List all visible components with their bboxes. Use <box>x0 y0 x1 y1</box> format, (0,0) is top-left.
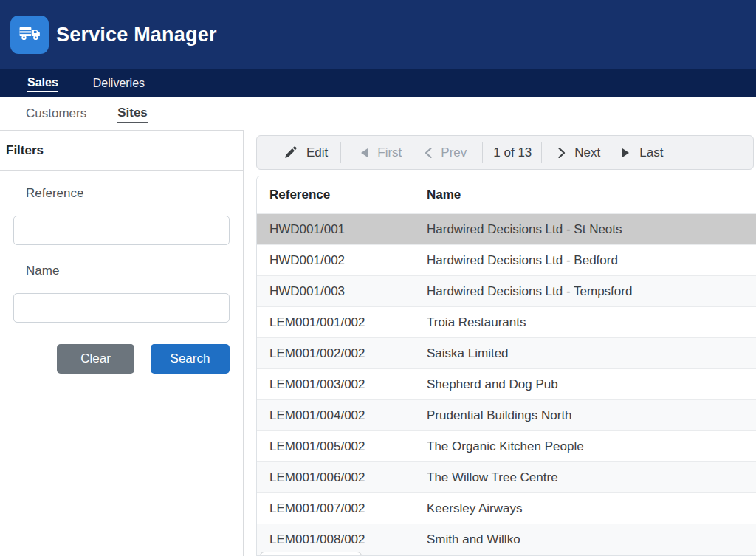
app-header: Service Manager <box>0 0 756 69</box>
table-row[interactable]: HWD001/002 Hardwired Decisions Ltd - Bed… <box>257 244 756 275</box>
table-header-row: Reference Name <box>257 176 756 213</box>
table-row[interactable]: LEM001/007/002 Keersley Airways <box>257 492 756 524</box>
row-name: Hardwired Decisions Ltd - St Neots <box>414 222 756 237</box>
pencil-icon <box>284 145 298 159</box>
search-button[interactable]: Search <box>151 344 230 374</box>
table-row[interactable]: LEM001/003/002 Shepherd and Dog Pub <box>257 368 756 399</box>
triangle-left-icon <box>360 148 368 158</box>
column-header-name[interactable]: Name <box>414 188 756 202</box>
row-name: The Willow Tree Centre <box>414 470 756 485</box>
filters-title: Filters <box>6 143 44 158</box>
truck-icon <box>16 19 44 50</box>
table-row[interactable]: HWD001/003 Hardwired Decisions Ltd - Tem… <box>257 275 756 306</box>
sites-table: Reference Name HWD001/001 Hardwired Deci… <box>256 176 756 556</box>
reference-filter-label: Reference <box>26 186 230 201</box>
row-name: Shepherd and Dog Pub <box>414 377 756 392</box>
chevron-left-icon <box>425 148 432 158</box>
name-filter-input[interactable] <box>13 293 230 323</box>
table-toolbar: Edit First Prev 1 of 13 <box>256 135 754 170</box>
sites-table-body: HWD001/001 Hardwired Decisions Ltd - St … <box>257 213 756 555</box>
row-reference: LEM001/004/002 <box>257 408 414 423</box>
name-filter-label: Name <box>26 264 230 278</box>
row-reference: LEM001/008/002 <box>257 532 414 547</box>
table-row[interactable]: HWD001/001 Hardwired Decisions Ltd - St … <box>257 213 756 244</box>
secondary-nav: Customers Sites <box>0 97 756 130</box>
row-reference: LEM001/005/002 <box>257 439 414 454</box>
subnav-tab-customers[interactable]: Customers <box>26 105 86 123</box>
table-row[interactable]: LEM001/006/002 The Willow Tree Centre <box>257 461 756 492</box>
row-name: Troia Restaurants <box>414 315 756 330</box>
primary-nav: Sales Deliveries <box>0 69 756 97</box>
row-reference: LEM001/006/002 <box>257 470 414 485</box>
reference-filter-input[interactable] <box>13 216 230 245</box>
row-reference: HWD001/003 <box>257 284 414 299</box>
table-row[interactable]: LEM001/001/002 Troia Restaurants <box>257 306 756 337</box>
table-row[interactable]: LEM001/008/002 Smith and Willko <box>257 524 756 555</box>
subnav-tab-sites[interactable]: Sites <box>117 104 148 123</box>
clear-button[interactable]: Clear <box>57 344 134 374</box>
app-logo <box>10 16 49 54</box>
content-area: Filters Reference Name Clear Search <box>0 130 756 556</box>
nav-tab-sales[interactable]: Sales <box>27 75 58 92</box>
edit-button[interactable]: Edit <box>284 145 328 160</box>
table-row[interactable]: LEM001/005/002 The Organic Kitchen Peopl… <box>257 430 756 461</box>
row-name: Prudential Buildings North <box>414 408 756 423</box>
prev-page-button[interactable]: Prev <box>425 145 467 160</box>
row-name: Hardwired Decisions Ltd - Bedford <box>414 253 756 268</box>
toolbar-divider <box>340 142 341 163</box>
main-panel: Edit First Prev 1 of 13 <box>244 130 756 556</box>
table-row[interactable]: LEM001/002/002 Saiska Limited <box>257 337 756 368</box>
filters-body: Reference Name Clear Search <box>0 186 243 374</box>
row-name: Smith and Willko <box>414 532 756 547</box>
filters-panel: Filters Reference Name Clear Search <box>0 130 244 556</box>
row-reference: LEM001/001/002 <box>257 315 414 330</box>
row-name: Keersley Airways <box>414 501 756 516</box>
filters-header: Filters <box>0 131 243 171</box>
toolbar-divider <box>541 142 542 163</box>
row-name: The Organic Kitchen People <box>414 439 756 454</box>
triangle-right-icon <box>622 148 630 158</box>
row-name: Hardwired Decisions Ltd - Tempsford <box>414 284 756 299</box>
row-name: Saiska Limited <box>414 346 756 361</box>
row-reference: HWD001/001 <box>257 222 414 237</box>
filter-buttons: Clear Search <box>13 344 230 374</box>
nav-tab-deliveries[interactable]: Deliveries <box>93 75 145 92</box>
table-row[interactable]: LEM001/004/002 Prudential Buildings Nort… <box>257 399 756 430</box>
column-header-reference[interactable]: Reference <box>257 188 414 202</box>
next-page-button[interactable]: Next <box>558 145 600 160</box>
row-reference: LEM001/002/002 <box>257 346 414 361</box>
cutoff-element <box>260 552 362 556</box>
page-position: 1 of 13 <box>493 145 532 160</box>
row-reference: HWD001/002 <box>257 253 414 268</box>
chevron-right-icon <box>558 148 566 158</box>
row-reference: LEM001/003/002 <box>257 377 414 392</box>
toolbar-divider <box>482 142 483 163</box>
first-page-button[interactable]: First <box>360 145 402 160</box>
app-title: Service Manager <box>56 24 217 47</box>
last-page-button[interactable]: Last <box>622 145 663 160</box>
row-reference: LEM001/007/002 <box>257 501 414 516</box>
